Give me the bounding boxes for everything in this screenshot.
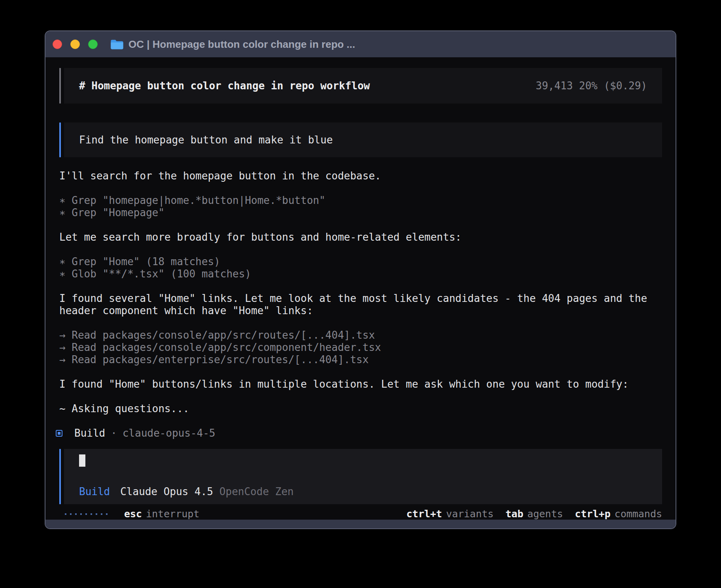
session-header: # Homepage button color change in repo w… xyxy=(59,68,662,104)
assistant-text: I'll search for the homepage button in t… xyxy=(59,170,662,182)
commands-label: commands xyxy=(615,508,662,520)
tool-call-read: → Read packages/console/app/src/componen… xyxy=(59,341,662,354)
user-message: Find the homepage button and make it blu… xyxy=(59,122,662,157)
hint-commands: ctrl+p commands xyxy=(575,508,662,520)
hint-variants: ctrl+t variants xyxy=(406,508,494,520)
prompt-meta: Build Claude Opus 4.5 OpenCode Zen xyxy=(79,486,647,498)
tool-call-grep: ∗ Grep "Home" (18 matches) xyxy=(59,256,662,268)
prompt-provider-label: OpenCode Zen xyxy=(219,486,294,498)
terminal-content: # Homepage button color change in repo w… xyxy=(45,57,676,520)
tool-call-glob: ∗ Glob "**/*.tsx" (100 matches) xyxy=(59,268,662,280)
folder-icon xyxy=(110,39,124,50)
terminal-window: OC | Homepage button color change in rep… xyxy=(45,30,676,529)
assistant-text: I found "Home" buttons/links in multiple… xyxy=(59,378,662,390)
commands-key: ctrl+p xyxy=(575,508,610,520)
assistant-text: header component which have "Home" links… xyxy=(59,305,662,317)
tool-call-grep: ∗ Grep "homepage|home.*button|Home.*butt… xyxy=(59,194,662,207)
variants-key: ctrl+t xyxy=(406,508,442,520)
assistant-text: Let me search more broadly for buttons a… xyxy=(59,231,662,243)
window-title: OC | Homepage button color change in rep… xyxy=(128,38,355,51)
zoom-button[interactable] xyxy=(88,40,98,49)
interrupt-label: interrupt xyxy=(146,508,199,520)
variants-label: variants xyxy=(446,508,493,520)
titlebar: OC | Homepage button color change in rep… xyxy=(45,31,676,57)
text-cursor xyxy=(79,454,85,467)
user-message-text: Find the homepage button and make it blu… xyxy=(79,134,333,146)
agent-separator: · xyxy=(111,427,117,439)
session-token-stats: 39,413 20% ($0.29) xyxy=(536,80,647,92)
tool-call-grep: ∗ Grep "Homepage" xyxy=(59,207,662,219)
tool-call-read: → Read packages/console/app/src/routes/[… xyxy=(59,329,662,341)
agent-model: claude-opus-4-5 xyxy=(123,427,215,439)
hint-agents: tab agents xyxy=(506,508,563,520)
window-bottom-frame xyxy=(45,520,676,528)
agent-status-line: Build · claude-opus-4-5 xyxy=(56,427,662,439)
close-button[interactable] xyxy=(53,40,62,49)
minimize-button[interactable] xyxy=(70,40,80,49)
status-bar: esc interrupt ctrl+t variants tab agents… xyxy=(59,508,662,520)
interrupt-key: esc xyxy=(124,508,142,520)
agent-build-icon xyxy=(56,430,62,437)
prompt-model-label[interactable]: Claude Opus 4.5 xyxy=(120,486,213,498)
session-title: # Homepage button color change in repo w… xyxy=(79,80,370,92)
tool-call-read: → Read packages/enterprise/src/routes/[.… xyxy=(59,354,662,366)
assistant-text: I found several "Home" links. Let me loo… xyxy=(59,292,662,305)
agents-label: agents xyxy=(527,508,563,520)
prompt-agent-label[interactable]: Build xyxy=(79,486,110,498)
agent-name: Build xyxy=(74,427,105,439)
agents-key: tab xyxy=(506,508,523,520)
window-controls xyxy=(53,40,98,49)
assistant-transcript: I'll search for the homepage button in t… xyxy=(59,170,662,439)
prompt-input[interactable]: Build Claude Opus 4.5 OpenCode Zen xyxy=(59,449,662,504)
working-spinner-icon xyxy=(65,513,108,515)
assistant-status-text: ~ Asking questions... xyxy=(59,403,662,415)
